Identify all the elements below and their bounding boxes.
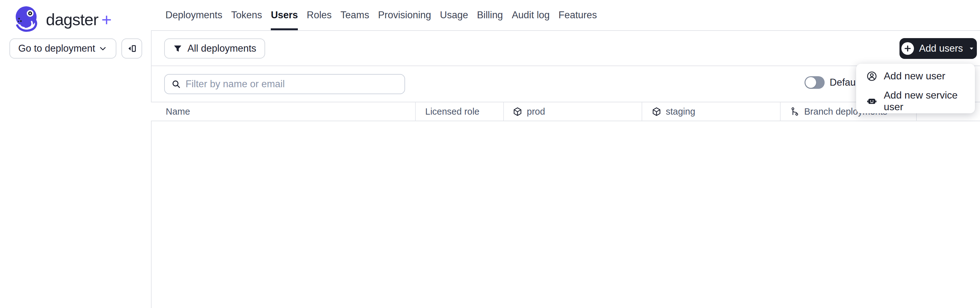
tab-usage[interactable]: Usage (440, 0, 468, 30)
default-toggle[interactable] (805, 76, 825, 89)
search-icon (171, 79, 181, 89)
column-divider (780, 102, 781, 121)
column-header-name: Name (166, 102, 190, 121)
toggle-knob (805, 77, 816, 88)
menu-item-add-new-service-user[interactable]: Add new service user (856, 88, 975, 113)
funnel-icon (173, 44, 182, 53)
column-divider (503, 102, 504, 121)
column-header-staging: staging (652, 102, 695, 121)
add-users-button[interactable]: Add users (899, 38, 977, 59)
column-label: prod (527, 107, 545, 117)
collapse-panel-icon (126, 43, 137, 54)
brand-wordmark: dagster (46, 10, 98, 29)
branch-icon (790, 107, 800, 116)
plus-circle-icon (901, 42, 914, 55)
deployment-cube-icon (513, 107, 522, 116)
tab-tokens[interactable]: Tokens (231, 0, 262, 30)
tab-provisioning[interactable]: Provisioning (378, 0, 431, 30)
chevron-down-icon (98, 44, 108, 53)
toolbar-divider (151, 65, 980, 66)
dagster-plus-logo[interactable]: dagster + (14, 5, 111, 35)
add-users-menu: Add new user Add new service user (856, 64, 975, 113)
all-deployments-label: All deployments (188, 43, 256, 54)
column-header-prod: prod (513, 102, 545, 121)
tab-teams[interactable]: Teams (340, 0, 369, 30)
column-divider (415, 102, 416, 121)
tab-deployments[interactable]: Deployments (165, 0, 222, 30)
tab-roles[interactable]: Roles (307, 0, 331, 30)
column-label: Name (166, 107, 190, 117)
brand-plus: + (101, 10, 111, 30)
column-header-licensed-role: Licensed role (425, 102, 480, 121)
all-deployments-filter-button[interactable]: All deployments (164, 38, 265, 59)
user-search-box (164, 74, 405, 94)
collapse-panel-button[interactable] (121, 38, 142, 59)
column-divider (641, 102, 642, 121)
dagster-octopus-icon (14, 6, 41, 34)
tab-audit-log[interactable]: Audit log (512, 0, 550, 30)
caret-down-icon (968, 45, 975, 52)
go-to-deployment-label: Go to deployment (18, 43, 95, 54)
search-input[interactable] (186, 78, 398, 90)
column-label: Licensed role (425, 107, 480, 117)
tab-users[interactable]: Users (271, 0, 298, 30)
add-users-label: Add users (919, 43, 963, 54)
robot-icon (866, 96, 877, 107)
user-circle-icon (866, 70, 877, 82)
sidebar-divider (151, 30, 151, 308)
tab-features[interactable]: Features (558, 0, 597, 30)
tab-billing[interactable]: Billing (477, 0, 503, 30)
org-settings-nav: Deployments Tokens Users Roles Teams Pro… (151, 0, 980, 31)
column-label: staging (666, 107, 695, 117)
users-table-header: Name Licensed role prod staging (151, 102, 980, 121)
menu-item-label: Add new user (884, 70, 945, 82)
go-to-deployment-dropdown[interactable]: Go to deployment (10, 38, 116, 59)
default-toggle-group: Default (805, 76, 861, 89)
deployment-cube-icon (652, 107, 662, 116)
menu-item-add-new-user[interactable]: Add new user (856, 64, 975, 88)
menu-item-label: Add new service user (884, 89, 975, 113)
